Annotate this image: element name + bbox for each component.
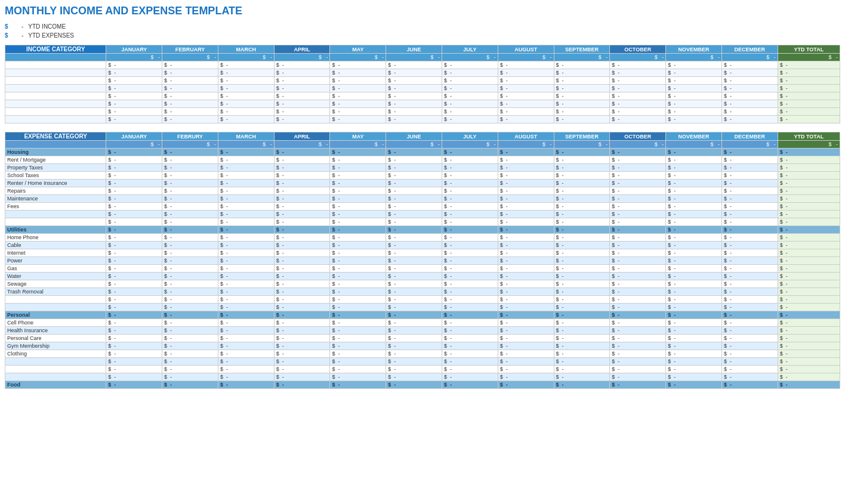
expense-row-label[interactable]: Power [5, 257, 106, 265]
expense-header-row: EXPENSE CATEGORY JANUARY FEBRURY MARCH A… [5, 132, 840, 141]
expense-group-label: Utilities [5, 226, 106, 234]
expense-data-row: Cable$ -$ -$ -$ -$ -$ -$ -$ -$ -$ -$ -$ … [5, 242, 840, 249]
income-header-row: INCOME CATEGORY JANUARY FEBRUARY MARCH A… [5, 45, 840, 54]
ytd-expense-label: YTD EXPENSES [28, 32, 74, 39]
expense-data-row: Property Taxes$ -$ -$ -$ -$ -$ -$ -$ -$ … [5, 164, 840, 172]
expense-data-row: Fees$ -$ -$ -$ -$ -$ -$ -$ -$ -$ -$ -$ -… [5, 203, 840, 211]
ytd-expense-dash: - [21, 32, 23, 39]
expense-subheader-cat [5, 141, 106, 149]
expense-row-label[interactable] [5, 211, 106, 218]
income-may-header: MAY [330, 45, 386, 54]
expense-subheader-row: $ - $ - $ - $ - $ - $ - $ - $ - $ - $ - … [5, 141, 840, 149]
expense-data-row: Renter / Home Insurance$ -$ -$ -$ -$ -$ … [5, 180, 840, 187]
income-row-category[interactable] [5, 108, 106, 116]
expense-row-label[interactable]: Home Phone [5, 234, 106, 242]
expense-subheader-oct: $ - [610, 141, 666, 149]
expense-data-row: Clothing$ -$ -$ -$ -$ -$ -$ -$ -$ -$ -$ … [5, 350, 840, 358]
expense-data-row: Sewage$ -$ -$ -$ -$ -$ -$ -$ -$ -$ -$ -$… [5, 280, 840, 288]
expense-data-row: $ -$ -$ -$ -$ -$ -$ -$ -$ -$ -$ -$ -$ - [5, 211, 840, 218]
income-row-category[interactable] [5, 77, 106, 85]
expense-mar-header: MARCH [218, 132, 274, 141]
expense-row-label[interactable] [5, 373, 106, 381]
expense-data-row: $ -$ -$ -$ -$ -$ -$ -$ -$ -$ -$ -$ -$ - [5, 358, 840, 366]
income-row-category[interactable] [5, 100, 106, 108]
page-title: MONTHLY INCOME AND EXPENSE TEMPLATE [5, 5, 840, 17]
expense-data-row: School Taxes$ -$ -$ -$ -$ -$ -$ -$ -$ -$… [5, 172, 840, 180]
income-mar-header: MARCH [218, 45, 274, 54]
expense-row-label[interactable] [5, 296, 106, 304]
expense-data-row: Trash Removal$ -$ -$ -$ -$ -$ -$ -$ -$ -… [5, 288, 840, 296]
income-row-category[interactable] [5, 92, 106, 100]
income-subheader-ytd: $ - [778, 54, 840, 61]
expense-subheader-jan: $ - [106, 141, 162, 149]
expense-row-label[interactable]: Renter / Home Insurance [5, 180, 106, 187]
income-row-category[interactable] [5, 116, 106, 123]
income-subheader-may: $ - [330, 54, 386, 61]
expense-row-label[interactable]: Internet [5, 249, 106, 257]
ytd-income-dollar: $ [5, 23, 17, 30]
expense-row-label[interactable]: Personal Care [5, 335, 106, 342]
expense-data-row: Cell Phone$ -$ -$ -$ -$ -$ -$ -$ -$ -$ -… [5, 319, 840, 327]
income-jun-header: JUNE [386, 45, 442, 54]
income-subheader-jan: $ - [106, 54, 162, 61]
expense-subheader-ytd: $ - [778, 141, 840, 149]
income-dec-header: DECEMBER [721, 45, 778, 54]
expense-data-row: $ -$ -$ -$ -$ -$ -$ -$ -$ -$ -$ -$ -$ - [5, 296, 840, 304]
expense-row-label[interactable]: Fees [5, 203, 106, 211]
income-row-category[interactable] [5, 85, 106, 92]
expense-row-label[interactable]: Clothing [5, 350, 106, 358]
expense-row-label[interactable]: Water [5, 273, 106, 280]
expense-group-header-row: Housing$ -$ -$ -$ -$ -$ -$ -$ -$ -$ -$ -… [5, 149, 840, 156]
income-subheader-cat [5, 54, 106, 61]
expense-group-label: Housing [5, 149, 106, 156]
expense-row-label[interactable]: Cell Phone [5, 319, 106, 327]
expense-data-row: Gas$ -$ -$ -$ -$ -$ -$ -$ -$ -$ -$ -$ -$… [5, 265, 840, 273]
ytd-income-label: YTD INCOME [28, 23, 66, 30]
expense-row-label[interactable]: Rent / Mortgage [5, 156, 106, 164]
expense-jul-header: JULY [442, 132, 498, 141]
income-subheader-apr: $ - [274, 54, 330, 61]
expense-subheader-may: $ - [330, 141, 386, 149]
expense-row-label[interactable]: Cable [5, 242, 106, 249]
expense-row-label[interactable] [5, 358, 106, 366]
expense-dec-header: DECEMBER [721, 132, 778, 141]
expense-data-row: Home Phone$ -$ -$ -$ -$ -$ -$ -$ -$ -$ -… [5, 234, 840, 242]
expense-nov-header: NOVEMBER [666, 132, 722, 141]
expense-row-label[interactable]: Maintenance [5, 195, 106, 203]
expense-sep-header: SEPTEMBER [554, 132, 610, 141]
expense-may-header: MAY [330, 132, 386, 141]
expense-row-label[interactable] [5, 304, 106, 311]
expense-row-label[interactable]: Repairs [5, 187, 106, 195]
expense-section: EXPENSE CATEGORY JANUARY FEBRURY MARCH A… [5, 132, 840, 389]
expense-row-label[interactable]: Gas [5, 265, 106, 273]
expense-row-label[interactable]: Sewage [5, 280, 106, 288]
income-row-category[interactable] [5, 69, 106, 77]
expense-category-header: EXPENSE CATEGORY [5, 132, 106, 141]
expense-data-row: Personal Care$ -$ -$ -$ -$ -$ -$ -$ -$ -… [5, 335, 840, 342]
income-subheader-dec: $ - [721, 54, 778, 61]
income-subheader-aug: $ - [498, 54, 554, 61]
income-ytd-header: YTD TOTAL [778, 45, 840, 54]
expense-row-label[interactable]: School Taxes [5, 172, 106, 180]
income-data-row: $ -$ -$ -$ -$ -$ -$ -$ -$ -$ -$ -$ -$ - [5, 100, 840, 108]
income-subheader-row: $ - $ - $ - $ - $ - $ - $ - $ - $ - $ - … [5, 54, 840, 61]
income-data-row: $ -$ -$ -$ -$ -$ -$ -$ -$ -$ -$ -$ -$ - [5, 92, 840, 100]
expense-data-row: Power$ -$ -$ -$ -$ -$ -$ -$ -$ -$ -$ -$ … [5, 257, 840, 265]
expense-row-label[interactable] [5, 218, 106, 226]
ytd-income-dash: - [21, 23, 23, 30]
expense-row-label[interactable]: Trash Removal [5, 288, 106, 296]
income-row-category[interactable] [5, 61, 106, 69]
expense-row-label[interactable]: Property Taxes [5, 164, 106, 172]
expense-subheader-feb: $ - [162, 141, 218, 149]
expense-data-row: Internet$ -$ -$ -$ -$ -$ -$ -$ -$ -$ -$ … [5, 249, 840, 257]
expense-data-row: $ -$ -$ -$ -$ -$ -$ -$ -$ -$ -$ -$ -$ - [5, 373, 840, 381]
expense-row-label[interactable]: Health Insurance [5, 327, 106, 335]
income-subheader-feb: $ - [162, 54, 218, 61]
expense-row-label[interactable]: Gym Membership [5, 342, 106, 350]
expense-apr-header: APRIL [274, 132, 330, 141]
expense-data-row: $ -$ -$ -$ -$ -$ -$ -$ -$ -$ -$ -$ -$ - [5, 366, 840, 373]
income-subheader-oct: $ - [610, 54, 666, 61]
expense-row-label[interactable] [5, 366, 106, 373]
expense-data-row: $ -$ -$ -$ -$ -$ -$ -$ -$ -$ -$ -$ -$ - [5, 218, 840, 226]
income-category-header: INCOME CATEGORY [5, 45, 106, 54]
